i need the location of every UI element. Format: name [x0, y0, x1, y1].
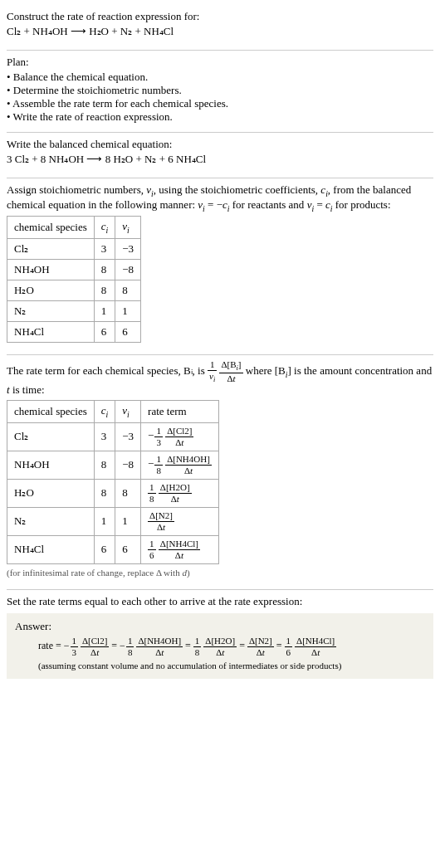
rate-cell: 16 Δ[NH4Cl]Δt — [141, 535, 219, 563]
vi-cell: 8 — [115, 280, 141, 300]
balanced-equation: 3 Cl₂ + 8 NH₄OH ⟶ 8 H₂O + N₂ + 6 NH₄Cl — [7, 153, 433, 166]
plan-item: Balance the chemical equation. — [7, 71, 433, 84]
table-row: H₂O88 — [7, 280, 141, 300]
vi-cell: 1 — [115, 507, 141, 535]
header-equation: Cl₂ + NH₄OH ⟶ H₂O + N₂ + NH₄Cl — [7, 25, 433, 38]
stoich-header-species: chemical species — [7, 217, 95, 239]
ci-cell: 1 — [94, 507, 115, 535]
balanced-section: Write the balanced chemical equation: 3 … — [7, 133, 433, 178]
answer-label: Answer: — [15, 620, 425, 633]
ci-cell: 6 — [94, 321, 115, 342]
rate-cell: −18 Δ[NH4OH]Δt — [141, 451, 219, 479]
rate-cell: Δ[N2]Δt — [141, 507, 219, 535]
rateterm-header-rate: rate term — [141, 401, 219, 423]
vi-cell: 1 — [115, 300, 141, 321]
rateterm-header-vi: νi — [115, 401, 141, 423]
ci-cell: 3 — [94, 422, 115, 451]
table-row: Cl₂3−3 — [7, 238, 141, 259]
plan-item: Determine the stoichiometric numbers. — [7, 84, 433, 97]
header-prompt: Construct the rate of reaction expressio… — [7, 10, 433, 23]
species-cell: N₂ — [7, 300, 95, 321]
species-cell: H₂O — [7, 479, 95, 507]
setrate-title: Set the rate terms equal to each other t… — [7, 595, 433, 608]
vi-cell: 8 — [115, 479, 141, 507]
table-row: NH₄OH8−8−18 Δ[NH4OH]Δt — [7, 451, 219, 479]
vi-cell: 6 — [115, 321, 141, 342]
answer-note: (assuming constant volume and no accumul… — [15, 661, 425, 671]
stoich-section: Assign stoichiometric numbers, νi, using… — [7, 178, 433, 355]
vi-cell: −8 — [115, 451, 141, 479]
answer-box: Answer: rate = −13 Δ[Cl2]Δt = −18 Δ[NH4O… — [7, 613, 433, 679]
rate-cell: 18 Δ[H2O]Δt — [141, 479, 219, 507]
rateterm-table: chemical species ci νi rate term Cl₂3−3−… — [7, 400, 219, 564]
rateterm-intro: The rate term for each chemical species,… — [7, 360, 433, 397]
balanced-title: Write the balanced chemical equation: — [7, 138, 433, 151]
table-row: NH₄Cl6616 Δ[NH4Cl]Δt — [7, 535, 219, 563]
table-row: N₂11Δ[N2]Δt — [7, 507, 219, 535]
table-row: Cl₂3−3−13 Δ[Cl2]Δt — [7, 422, 219, 451]
stoich-header-vi: νi — [115, 217, 141, 239]
setrate-section: Set the rate terms equal to each other t… — [7, 590, 433, 687]
stoich-intro: Assign stoichiometric numbers, νi, using… — [7, 183, 433, 212]
vi-cell: −3 — [115, 238, 141, 259]
species-cell: Cl₂ — [7, 422, 95, 451]
ci-cell: 8 — [94, 259, 115, 280]
rateterm-header-species: chemical species — [7, 401, 95, 423]
ci-cell: 3 — [94, 238, 115, 259]
rate-cell: −13 Δ[Cl2]Δt — [141, 422, 219, 451]
species-cell: NH₄OH — [7, 259, 95, 280]
species-cell: Cl₂ — [7, 238, 95, 259]
table-row: NH₄Cl66 — [7, 321, 141, 342]
table-row: NH₄OH8−8 — [7, 259, 141, 280]
vi-cell: −3 — [115, 422, 141, 451]
vi-cell: 6 — [115, 535, 141, 563]
species-cell: NH₄Cl — [7, 535, 95, 563]
rateterm-header-ci: ci — [94, 401, 115, 423]
table-row: N₂11 — [7, 300, 141, 321]
rateterm-footnote: (for infinitesimal rate of change, repla… — [7, 568, 433, 578]
species-cell: NH₄OH — [7, 451, 95, 479]
ci-cell: 1 — [94, 300, 115, 321]
ci-cell: 8 — [94, 451, 115, 479]
ci-cell: 8 — [94, 479, 115, 507]
ci-cell: 8 — [94, 280, 115, 300]
header-section: Construct the rate of reaction expressio… — [7, 5, 433, 51]
plan-item: Assemble the rate term for each chemical… — [7, 97, 433, 110]
rateterm-section: The rate term for each chemical species,… — [7, 355, 433, 590]
plan-section: Plan: Balance the chemical equation.Dete… — [7, 51, 433, 133]
species-cell: N₂ — [7, 507, 95, 535]
plan-item: Write the rate of reaction expression. — [7, 110, 433, 124]
species-cell: H₂O — [7, 280, 95, 300]
stoich-header-ci: ci — [94, 217, 115, 239]
table-row: H₂O8818 Δ[H2O]Δt — [7, 479, 219, 507]
plan-list: Balance the chemical equation.Determine … — [7, 71, 433, 124]
species-cell: NH₄Cl — [7, 321, 95, 342]
vi-cell: −8 — [115, 259, 141, 280]
stoich-table: chemical species ci νi Cl₂3−3NH₄OH8−8H₂O… — [7, 216, 141, 343]
answer-rate-line: rate = −13 Δ[Cl2]Δt = −18 Δ[NH4OH]Δt = 1… — [15, 636, 425, 657]
plan-title: Plan: — [7, 56, 433, 69]
page: Construct the rate of reaction expressio… — [0, 0, 440, 695]
ci-cell: 6 — [94, 535, 115, 563]
